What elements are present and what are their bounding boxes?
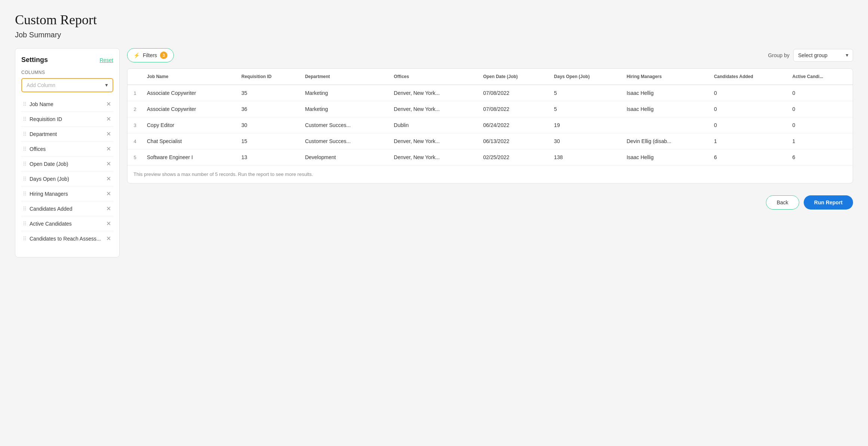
- drag-handle-icon[interactable]: ⠿: [23, 221, 27, 227]
- drag-handle-icon[interactable]: ⠿: [23, 116, 27, 122]
- drag-handle-icon[interactable]: ⠿: [23, 176, 27, 182]
- row-open-date: 02/25/2022: [478, 149, 550, 165]
- row-active-candidates: 0: [788, 101, 853, 117]
- remove-column-button[interactable]: ✕: [105, 205, 112, 212]
- col-header-hiring-managers: Hiring Managers: [622, 69, 710, 85]
- row-candidates-added: 0: [710, 85, 788, 101]
- page-subtitle: Job Summary: [15, 31, 853, 39]
- row-job-name: Software Engineer I: [142, 149, 237, 165]
- settings-panel: Settings Reset Columns Add ColumnJob Nam…: [15, 48, 120, 257]
- column-item-label: Days Open (Job): [30, 176, 102, 182]
- row-open-date: 06/13/2022: [478, 133, 550, 149]
- row-offices: Denver, New York...: [390, 85, 479, 101]
- remove-column-button[interactable]: ✕: [105, 175, 112, 182]
- remove-column-button[interactable]: ✕: [105, 100, 112, 108]
- row-candidates-added: 1: [710, 133, 788, 149]
- row-job-name: Associate Copywriter: [142, 85, 237, 101]
- footer: Back Run Report: [127, 195, 853, 217]
- drag-handle-icon[interactable]: ⠿: [23, 101, 27, 107]
- filter-label: Filters: [143, 52, 157, 58]
- row-offices: Dublin: [390, 117, 479, 133]
- drag-handle-icon[interactable]: ⠿: [23, 146, 27, 152]
- filter-count-badge: 3: [160, 52, 167, 59]
- row-req-id: 15: [237, 133, 301, 149]
- row-hiring-managers: Isaac Hellig: [622, 101, 710, 117]
- table-header: Job NameRequisition IDDepartmentOfficesO…: [127, 69, 853, 85]
- drag-handle-icon[interactable]: ⠿: [23, 161, 27, 167]
- col-header-offices: Offices: [390, 69, 479, 85]
- row-department: Customer Succes...: [301, 117, 390, 133]
- table-row: 5 Software Engineer I 13 Development Den…: [127, 149, 853, 165]
- row-days-open: 138: [550, 149, 622, 165]
- run-report-button[interactable]: Run Report: [804, 195, 853, 210]
- add-column-select[interactable]: Add ColumnJob NameRequisition IDDepartme…: [21, 78, 113, 92]
- remove-column-button[interactable]: ✕: [105, 235, 112, 242]
- drag-handle-icon[interactable]: ⠿: [23, 236, 27, 242]
- drag-handle-icon[interactable]: ⠿: [23, 131, 27, 137]
- group-by-select[interactable]: Select group: [793, 49, 853, 62]
- row-hiring-managers: Devin Ellig (disab...: [622, 133, 710, 149]
- row-days-open: 30: [550, 133, 622, 149]
- row-open-date: 07/08/2022: [478, 101, 550, 117]
- remove-column-button[interactable]: ✕: [105, 130, 112, 137]
- row-num: 2: [127, 101, 142, 117]
- row-num: 5: [127, 149, 142, 165]
- column-item-candidates-added: ⠿ Candidates Added ✕: [21, 201, 113, 216]
- row-hiring-managers: Isaac Hellig: [622, 149, 710, 165]
- row-req-id: 30: [237, 117, 301, 133]
- row-days-open: 5: [550, 85, 622, 101]
- column-item-label: Active Candidates: [30, 221, 102, 227]
- row-num: 1: [127, 85, 142, 101]
- column-item-label: Open Date (Job): [30, 161, 102, 167]
- row-req-id: 35: [237, 85, 301, 101]
- table-row: 1 Associate Copywriter 35 Marketing Denv…: [127, 85, 853, 101]
- col-header-open-date: Open Date (Job): [478, 69, 550, 85]
- column-item-requisition-id: ⠿ Requisition ID ✕: [21, 112, 113, 127]
- column-item-days-open-job: ⠿ Days Open (Job) ✕: [21, 171, 113, 186]
- back-button[interactable]: Back: [766, 195, 799, 210]
- remove-column-button[interactable]: ✕: [105, 145, 112, 152]
- row-department: Development: [301, 149, 390, 165]
- page-title: Custom Report: [15, 12, 853, 28]
- remove-column-button[interactable]: ✕: [105, 115, 112, 123]
- row-department: Customer Succes...: [301, 133, 390, 149]
- col-header-job-name: Job Name: [142, 69, 237, 85]
- row-active-candidates: 1: [788, 133, 853, 149]
- row-candidates-added: 0: [710, 117, 788, 133]
- column-item-label: Requisition ID: [30, 116, 102, 122]
- data-table-wrapper: Job NameRequisition IDDepartmentOfficesO…: [127, 68, 853, 183]
- remove-column-button[interactable]: ✕: [105, 160, 112, 167]
- row-req-id: 36: [237, 101, 301, 117]
- row-open-date: 07/08/2022: [478, 85, 550, 101]
- table-row: 2 Associate Copywriter 36 Marketing Denv…: [127, 101, 853, 117]
- preview-note: This preview shows a max number of 5 rec…: [127, 165, 853, 183]
- column-item-label: Job Name: [30, 101, 102, 107]
- row-active-candidates: 6: [788, 149, 853, 165]
- row-job-name: Copy Editor: [142, 117, 237, 133]
- drag-handle-icon[interactable]: ⠿: [23, 206, 27, 212]
- columns-list: ⠿ Job Name ✕ ⠿ Requisition ID ✕ ⠿ Depart…: [21, 97, 113, 246]
- row-candidates-added: 6: [710, 149, 788, 165]
- remove-column-button[interactable]: ✕: [105, 190, 112, 197]
- row-offices: Denver, New York...: [390, 101, 479, 117]
- row-department: Marketing: [301, 85, 390, 101]
- table-body: 1 Associate Copywriter 35 Marketing Denv…: [127, 85, 853, 165]
- column-item-hiring-managers: ⠿ Hiring Managers ✕: [21, 186, 113, 201]
- filter-button[interactable]: ⚡ Filters 3: [127, 48, 174, 62]
- row-job-name: Associate Copywriter: [142, 101, 237, 117]
- add-column-wrapper[interactable]: Add ColumnJob NameRequisition IDDepartme…: [21, 78, 113, 92]
- reset-button[interactable]: Reset: [99, 57, 113, 63]
- col-header-requisition-id: Requisition ID: [237, 69, 301, 85]
- drag-handle-icon[interactable]: ⠿: [23, 191, 27, 197]
- column-item-active-candidates: ⠿ Active Candidates ✕: [21, 216, 113, 231]
- row-days-open: 5: [550, 101, 622, 117]
- column-item-open-date-job: ⠿ Open Date (Job) ✕: [21, 157, 113, 171]
- column-item-label: Candidates to Reach Assess...: [30, 236, 102, 242]
- row-num: 3: [127, 117, 142, 133]
- remove-column-button[interactable]: ✕: [105, 220, 112, 227]
- row-hiring-managers: Isaac Hellig: [622, 85, 710, 101]
- row-offices: Denver, New York...: [390, 133, 479, 149]
- table-row: 4 Chat Specialist 15 Customer Succes... …: [127, 133, 853, 149]
- group-by-select-wrapper[interactable]: Select group ▼: [793, 49, 853, 62]
- data-table: Job NameRequisition IDDepartmentOfficesO…: [127, 69, 853, 165]
